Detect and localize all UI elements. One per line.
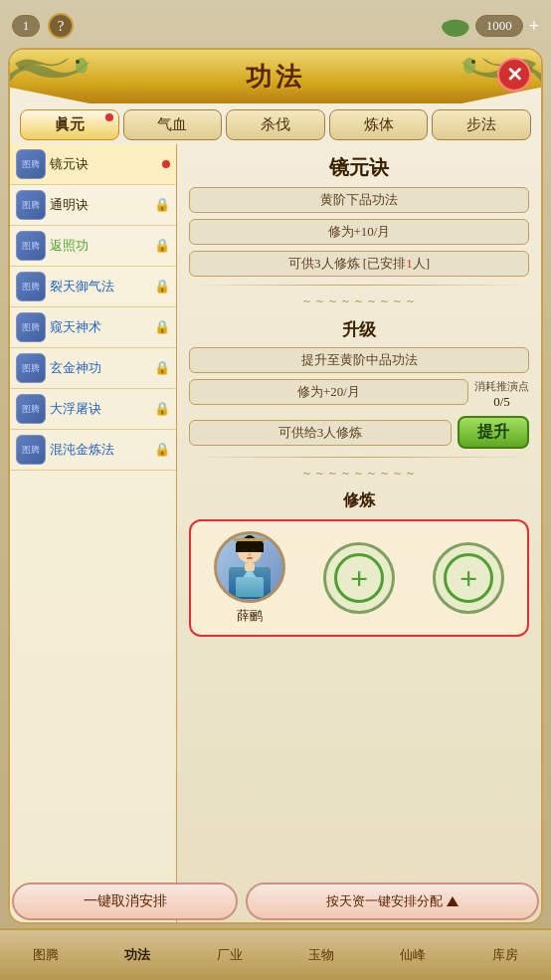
detail-grade-tag: 黄阶下品功法 [189, 187, 529, 213]
tab-shafa[interactable]: 杀伐 [226, 109, 325, 140]
skill-name-1: 通明诀 [50, 196, 150, 214]
detail-panel: 镜元诀 黄阶下品功法 修为+10/月 可供3人修炼 [已安排1人] ～～～～～～… [177, 144, 541, 922]
panel-bottom-padding [189, 643, 529, 653]
dragon-left-decoration [10, 54, 90, 99]
tab-zhenyuan[interactable]: 眞元 [20, 109, 119, 140]
lock-icon-3: 🔒 [154, 279, 170, 294]
coins-plus-button[interactable]: + [529, 16, 539, 37]
nav-item-totem[interactable]: 图腾 [0, 940, 92, 970]
add-slot-1[interactable]: + [323, 542, 395, 614]
skill-icon-2: 图腾 [16, 231, 46, 261]
detail-skill-title: 镜元诀 [189, 154, 529, 181]
top-bar-left: 1 ? [12, 13, 74, 39]
skill-icon-3: 图腾 [16, 272, 46, 301]
skill-icon-4: 图腾 [16, 312, 46, 342]
tabs-row: 眞元 气血 杀伐 炼体 步法 [10, 103, 541, 144]
wavy-decoration-2: ～～～～～～～～～ [189, 466, 529, 481]
lock-icon-6: 🔒 [154, 401, 170, 417]
level-badge: 1 [12, 15, 40, 37]
upgrade-target-tag: 提升至黄阶中品功法 [189, 347, 529, 373]
add-button-2[interactable]: + [444, 553, 493, 603]
lock-icon-7: 🔒 [154, 442, 170, 458]
divider-1 [189, 285, 529, 286]
skill-dot-0 [162, 160, 170, 168]
skill-name-5: 玄金神功 [50, 359, 150, 377]
detail-slots-info: 可供3人修炼 [已安排1人] [189, 251, 529, 277]
character-name-1: 薛鹂 [237, 607, 263, 625]
upgrade-cost-label: 消耗推演点 [474, 379, 529, 394]
skill-icon-1: 图腾 [16, 190, 46, 220]
auto-arrange-button[interactable]: 按天资一键安排分配 [246, 882, 539, 920]
skill-name-2: 返照功 [50, 237, 150, 255]
upgrade-title: 升级 [189, 318, 529, 341]
skill-icon-5: 图腾 [16, 353, 46, 383]
practice-area: 薛鹂 + + [189, 519, 529, 637]
tab-dot-zhenyuan [105, 113, 113, 121]
main-panel: 功法 ✕ 眞元 气血 杀伐 炼体 步法 图腾 [8, 48, 543, 924]
add-slot-circle-2[interactable]: + [433, 542, 504, 614]
triangle-icon [447, 896, 459, 906]
top-bar-right: 1000 + [442, 15, 539, 37]
skill-item-3[interactable]: 图腾 裂天御气法 🔒 [10, 267, 176, 307]
svg-point-3 [471, 60, 475, 64]
leaf-icon [442, 15, 469, 37]
skill-name-3: 裂天御气法 [50, 278, 150, 295]
upgrade-row-1: 修为+20/月 消耗推演点 0/5 [189, 379, 529, 410]
nav-item-items[interactable]: 玉物 [276, 940, 367, 970]
skill-item-5[interactable]: 图腾 玄金神功 🔒 [10, 348, 176, 389]
add-slot-2[interactable]: + [433, 542, 504, 614]
skill-icon-7: 图腾 [16, 435, 46, 465]
lock-icon-2: 🔒 [154, 238, 170, 254]
lock-icon-4: 🔒 [154, 319, 170, 335]
character-slot-1[interactable]: 薛鹂 [214, 531, 285, 625]
skill-item-0[interactable]: 图腾 镜元诀 [10, 144, 176, 185]
lock-icon-1: 🔒 [154, 197, 170, 213]
bottom-bar: 一键取消安排 按天资一键安排分配 [8, 879, 543, 924]
skill-icon-0: 图腾 [16, 149, 46, 179]
add-slot-circle-1[interactable]: + [323, 542, 395, 614]
nav-item-storage[interactable]: 库房 [459, 940, 551, 970]
panel-title-area: 功法 ✕ [10, 50, 541, 103]
add-button-1[interactable]: + [334, 553, 384, 603]
skill-item-1[interactable]: 图腾 通明诀 🔒 [10, 185, 176, 226]
tab-bufa[interactable]: 步法 [432, 109, 531, 140]
content-area: 图腾 镜元诀 图腾 通明诀 🔒 图腾 返照功 🔒 [10, 144, 541, 922]
skill-item-4[interactable]: 图腾 窥天神术 🔒 [10, 307, 176, 348]
skill-name-4: 窥天神术 [50, 318, 150, 336]
skill-icon-6: 图腾 [16, 394, 46, 424]
panel-title: 功法 [246, 60, 305, 95]
upgrade-cultivation-box: 修为+20/月 [189, 379, 468, 405]
lock-icon-5: 🔒 [154, 360, 170, 376]
skill-item-6[interactable]: 图腾 大浮屠诀 🔒 [10, 389, 176, 430]
svg-point-1 [76, 60, 80, 64]
top-bar: 1 ? 1000 + [0, 0, 551, 52]
detail-cultivation-info: 修为+10/月 [189, 219, 529, 245]
skill-item-2[interactable]: 图腾 返照功 🔒 [10, 226, 176, 267]
coins-badge: 1000 [475, 15, 523, 37]
character-avatar-1[interactable] [214, 531, 285, 603]
nav-item-skills[interactable]: 功法 [92, 940, 183, 970]
close-button[interactable]: ✕ [497, 58, 531, 92]
divider-2 [189, 457, 529, 458]
tab-qixue[interactable]: 气血 [123, 109, 223, 140]
tab-lianti[interactable]: 炼体 [329, 109, 429, 140]
upgrade-cost-box: 消耗推演点 0/5 [474, 379, 529, 410]
skill-name-0: 镜元诀 [50, 155, 158, 173]
question-button[interactable]: ? [48, 13, 74, 39]
skill-item-7[interactable]: 图腾 混沌金炼法 🔒 [10, 430, 176, 471]
practice-section-title: 修炼 [189, 490, 529, 511]
wavy-decoration: ～～～～～～～～～ [189, 294, 529, 308]
upgrade-slots-box: 可供给3人修炼 [189, 420, 452, 446]
cancel-all-button[interactable]: 一键取消安排 [12, 882, 238, 920]
nav-item-xianfeng[interactable]: 仙峰 [367, 940, 459, 970]
upgrade-cost-value: 0/5 [493, 394, 510, 410]
nav-item-industry[interactable]: 厂业 [184, 940, 276, 970]
skill-name-6: 大浮屠诀 [50, 400, 150, 418]
upgrade-row-2: 可供给3人修炼 提升 [189, 416, 529, 449]
skill-name-7: 混沌金炼法 [50, 441, 150, 459]
bottom-nav: 图腾 功法 厂业 玉物 仙峰 库房 [0, 928, 551, 980]
upgrade-button[interactable]: 提升 [458, 416, 529, 449]
skill-list: 图腾 镜元诀 图腾 通明诀 🔒 图腾 返照功 🔒 [10, 144, 177, 922]
